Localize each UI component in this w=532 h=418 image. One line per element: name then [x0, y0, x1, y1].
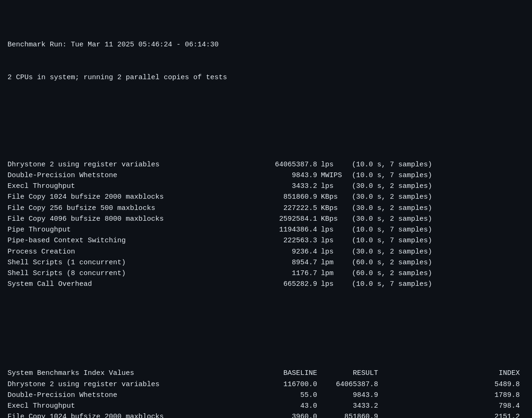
perf-unit: lps	[317, 159, 350, 170]
index-header-label: System Benchmarks Index Values	[8, 368, 261, 379]
index-header-baseline: BASELINE	[261, 368, 317, 379]
perf-value: 665282.9	[261, 279, 317, 290]
perf-timing: (10.0 s, 7 samples)	[350, 170, 524, 181]
index-row: Double-Precision Whetstone55.09843.91789…	[8, 390, 524, 401]
index-section: System Benchmarks Index ValuesBASELINERE…	[8, 368, 524, 418]
perf-unit: lps	[317, 181, 350, 192]
index-row-result: 64065387.8	[317, 379, 378, 390]
perf-timing: (10.0 s, 7 samples)	[350, 235, 524, 246]
perf-name: Dhrystone 2 using register variables	[8, 159, 261, 170]
perf-value: 9236.4	[261, 246, 317, 257]
perf-timing: (30.0 s, 2 samples)	[350, 181, 524, 192]
index-row-index: 5489.8	[378, 379, 524, 390]
perf-row: Process Creation9236.4lps(30.0 s, 2 samp…	[8, 246, 524, 257]
header-line1: Benchmark Run: Tue Mar 11 2025 05:46:24 …	[8, 39, 524, 50]
perf-name: Execl Throughput	[8, 181, 261, 192]
index-row-index: 2151.2	[378, 411, 524, 418]
perf-value: 222563.3	[261, 235, 317, 246]
perf-timing: (60.0 s, 2 samples)	[350, 268, 524, 279]
perf-value: 1194386.4	[261, 224, 317, 235]
perf-row: File Copy 256 bufsize 500 maxblocks22722…	[8, 203, 524, 214]
index-row-baseline: 43.0	[261, 401, 317, 411]
perf-row: Double-Precision Whetstone9843.9MWIPS(10…	[8, 170, 524, 181]
perf-value: 8954.7	[261, 257, 317, 268]
index-row-baseline: 55.0	[261, 390, 317, 401]
perf-value: 64065387.8	[261, 159, 317, 170]
perf-timing: (30.0 s, 2 samples)	[350, 203, 524, 214]
index-row-name: Execl Throughput	[8, 401, 261, 411]
perf-unit: lpm	[317, 268, 350, 279]
perf-value: 3433.2	[261, 181, 317, 192]
index-row-index: 798.4	[378, 401, 524, 411]
perf-unit: lps	[317, 246, 350, 257]
perf-row: Execl Throughput3433.2lps(30.0 s, 2 samp…	[8, 181, 524, 192]
perf-value: 9843.9	[261, 170, 317, 181]
index-row-baseline: 116700.0	[261, 379, 317, 390]
index-row-index: 1789.8	[378, 390, 524, 401]
perf-row: File Copy 1024 bufsize 2000 maxblocks851…	[8, 192, 524, 202]
perf-row: System Call Overhead665282.9lps(10.0 s, …	[8, 279, 524, 290]
index-header-result: RESULT	[317, 368, 378, 379]
perf-unit: KBps	[317, 214, 350, 224]
perf-row: Pipe-based Context Switching222563.3lps(…	[8, 235, 524, 246]
perf-row: Pipe Throughput1194386.4lps(10.0 s, 7 sa…	[8, 224, 524, 235]
perf-value: 1176.7	[261, 268, 317, 279]
perf-name: Double-Precision Whetstone	[8, 170, 261, 181]
perf-timing: (30.0 s, 2 samples)	[350, 246, 524, 257]
perf-name: Process Creation	[8, 246, 261, 257]
perf-name: File Copy 1024 bufsize 2000 maxblocks	[8, 192, 261, 202]
perf-value: 851860.9	[261, 192, 317, 202]
index-row-baseline: 3960.0	[261, 411, 317, 418]
perf-timing: (10.0 s, 7 samples)	[350, 224, 524, 235]
index-row: File Copy 1024 bufsize 2000 maxblocks396…	[8, 411, 524, 418]
perf-timing: (10.0 s, 7 samples)	[350, 159, 524, 170]
perf-name: Shell Scripts (1 concurrent)	[8, 257, 261, 268]
perf-row: Dhrystone 2 using register variables6406…	[8, 159, 524, 170]
header-line2: 2 CPUs in system; running 2 parallel cop…	[8, 72, 524, 83]
perf-row: Shell Scripts (8 concurrent)1176.7lpm(60…	[8, 268, 524, 279]
index-header-index: INDEX	[378, 368, 524, 379]
perf-unit: KBps	[317, 192, 350, 202]
index-row-name: Double-Precision Whetstone	[8, 390, 261, 401]
index-row-name: Dhrystone 2 using register variables	[8, 379, 261, 390]
perf-unit: MWIPS	[317, 170, 350, 181]
perf-value: 227222.5	[261, 203, 317, 214]
perf-timing: (10.0 s, 7 samples)	[350, 279, 524, 290]
perf-timing: (30.0 s, 2 samples)	[350, 192, 524, 202]
perf-name: System Call Overhead	[8, 279, 261, 290]
index-row: Dhrystone 2 using register variables1167…	[8, 379, 524, 390]
performance-rows: Dhrystone 2 using register variables6406…	[8, 159, 524, 290]
perf-unit: lps	[317, 224, 350, 235]
index-row-result: 851860.9	[317, 411, 378, 418]
perf-name: Shell Scripts (8 concurrent)	[8, 268, 261, 279]
perf-unit: KBps	[317, 203, 350, 214]
index-row-result: 3433.2	[317, 401, 378, 411]
index-row: Execl Throughput43.03433.2798.4	[8, 401, 524, 411]
perf-name: File Copy 4096 bufsize 8000 maxblocks	[8, 214, 261, 224]
perf-unit: lps	[317, 235, 350, 246]
perf-name: Pipe-based Context Switching	[8, 235, 261, 246]
perf-unit: lps	[317, 279, 350, 290]
perf-row: File Copy 4096 bufsize 8000 maxblocks259…	[8, 214, 524, 224]
index-row-name: File Copy 1024 bufsize 2000 maxblocks	[8, 411, 261, 418]
perf-name: File Copy 256 bufsize 500 maxblocks	[8, 203, 261, 214]
perf-value: 2592584.1	[261, 214, 317, 224]
index-row-result: 9843.9	[317, 390, 378, 401]
perf-row: Shell Scripts (1 concurrent)8954.7lpm(60…	[8, 257, 524, 268]
perf-name: Pipe Throughput	[8, 224, 261, 235]
index-section-header: System Benchmarks Index ValuesBASELINERE…	[8, 368, 524, 379]
perf-unit: lpm	[317, 257, 350, 268]
perf-timing: (30.0 s, 2 samples)	[350, 214, 524, 224]
perf-timing: (60.0 s, 2 samples)	[350, 257, 524, 268]
benchmark-output: Benchmark Run: Tue Mar 11 2025 05:46:24 …	[8, 7, 524, 418]
